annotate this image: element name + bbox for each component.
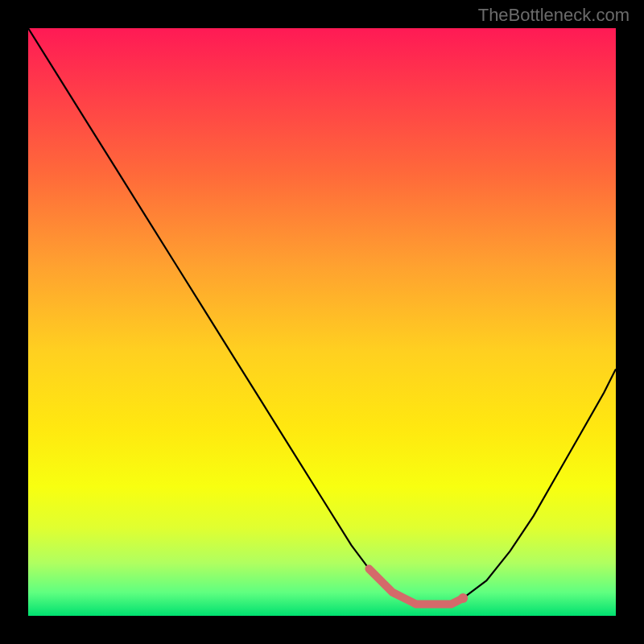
bottleneck-curve (28, 28, 616, 604)
optimal-range-end-dot (458, 593, 468, 603)
watermark-text: TheBottleneck.com (478, 5, 630, 26)
chart-plot-area (28, 28, 616, 616)
optimal-range-highlight (369, 569, 463, 605)
chart-svg (28, 28, 616, 616)
